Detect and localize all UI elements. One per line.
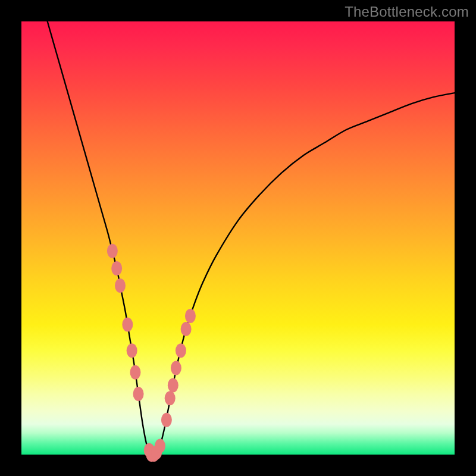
bottleneck-curve — [48, 21, 455, 456]
curve-svg — [21, 21, 455, 455]
highlighted-points — [107, 244, 196, 462]
marker-dot — [115, 278, 126, 293]
marker-dot — [161, 413, 172, 427]
marker-dot — [130, 365, 140, 380]
marker-dot — [168, 378, 178, 393]
marker-dot — [122, 318, 133, 332]
marker-dot — [185, 309, 196, 323]
marker-dot — [171, 361, 181, 375]
marker-dot — [127, 343, 137, 358]
marker-dot — [107, 244, 118, 258]
plot-area — [21, 21, 455, 455]
marker-dot — [155, 439, 165, 453]
marker-dot — [133, 387, 144, 401]
chart-stage: TheBottleneck.com — [0, 0, 476, 476]
marker-dot — [165, 391, 176, 405]
marker-dot — [181, 322, 192, 336]
watermark-text: TheBottleneck.com — [345, 4, 469, 20]
marker-dot — [176, 343, 186, 358]
marker-dot — [111, 261, 122, 275]
